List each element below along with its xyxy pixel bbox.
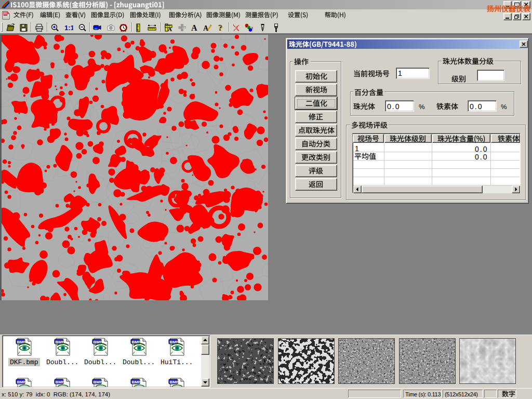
svg-text:DOC: DOC [3,11,9,15]
svg-text:BMP: BMP [94,380,103,384]
svg-text:BMP: BMP [132,380,141,384]
svg-text:BMP: BMP [170,380,179,384]
svg-text:A: A [168,26,172,32]
svg-text:A: A [203,24,209,32]
svg-text:3: 3 [251,26,254,30]
svg-text:?: ? [219,24,223,32]
svg-text:A: A [191,23,197,32]
svg-text:1:1: 1:1 [64,24,73,32]
svg-text:C: C [137,24,139,28]
svg-text:BMP: BMP [56,380,65,384]
svg-text:BMP: BMP [17,380,26,384]
